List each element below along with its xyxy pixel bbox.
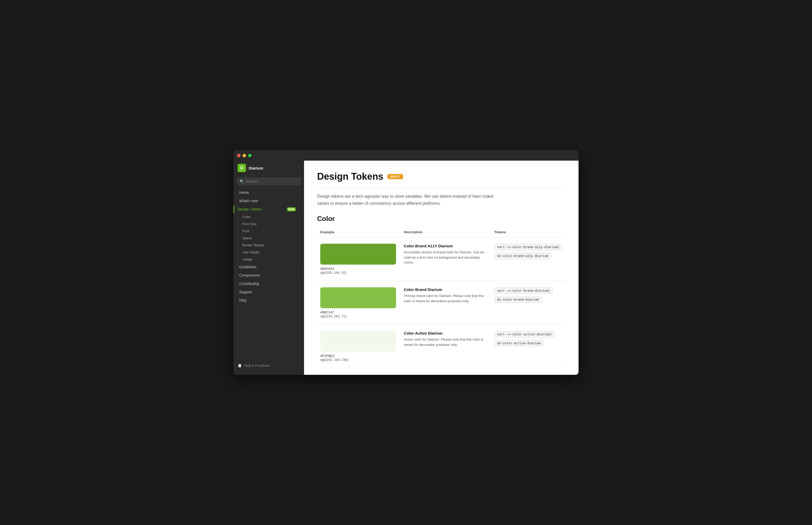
sidebar: D Diarium ⌃ 🔍 Search Home What's new › D… <box>233 161 304 375</box>
search-placeholder: Search <box>246 179 258 183</box>
color-rgb-2: rgb(242, 249, 236) <box>320 358 397 362</box>
color-name-1: Color Brand Diarium <box>404 287 488 292</box>
page-title: Design Tokens <box>317 171 383 182</box>
help-feedback-button[interactable]: 📋 Help & Feedback <box>233 360 304 371</box>
token-cell-1: var(--n-color-brand-diarium)$n-color-bra… <box>491 281 565 325</box>
color-description-1: Primary brand color for Diarium. Please … <box>404 293 488 303</box>
color-desc-cell-1: Color Brand DiariumPrimary brand color f… <box>401 281 491 325</box>
color-swatch-2 <box>320 331 396 352</box>
sidebar-item-usage[interactable]: Usage <box>235 256 303 262</box>
sidebar-item-font-size[interactable]: Font Size <box>235 221 303 227</box>
minimize-button[interactable] <box>243 154 246 157</box>
token-cell-0: var(--n-color-brand-a11y-diarium)$n-colo… <box>491 237 565 281</box>
page-title-row: Design Tokens DRAFT <box>317 171 565 182</box>
app-title: Diarium <box>249 166 295 170</box>
search-icon: 🔍 <box>240 179 244 183</box>
token-cell-2: var(--n-color-active-diarium)$n-color-ac… <box>491 325 565 368</box>
color-name-0: Color Brand A11Y Diarium <box>404 244 488 248</box>
close-button[interactable] <box>237 154 241 157</box>
token-pill-0-0: var(--n-color-brand-a11y-diarium) <box>494 244 562 251</box>
token-pill-1-0: var(--n-color-brand-diarium) <box>494 287 553 294</box>
sidebar-item-space[interactable]: Space <box>235 235 303 241</box>
sidebar-item-faq[interactable]: FAQ <box>235 297 303 304</box>
table-row: #F2F9ECrgb(242, 249, 236)Color Active Di… <box>317 325 565 368</box>
color-name-2: Color Active Diarium <box>404 331 488 335</box>
token-pill-0-1: $n-color-brand-a11y-diarium <box>494 253 551 259</box>
sidebar-item-color[interactable]: Color <box>235 214 303 220</box>
sidebar-item-guidelines[interactable]: Guidelines › <box>235 263 303 271</box>
col-header-tokens: Tokens <box>491 228 565 237</box>
sidebar-expand-icon[interactable]: ⌃ <box>297 166 300 170</box>
token-pill-2-1: $n-color-active-diarium <box>494 340 543 347</box>
color-description-2: Active color for Diarium. Please note th… <box>404 337 488 347</box>
sidebar-item-components[interactable]: Components › <box>235 271 303 279</box>
new-badge: NEW <box>287 207 296 211</box>
titlebar <box>233 150 579 161</box>
color-desc-cell-0: Color Brand A11Y DiariumAccessible versi… <box>401 237 491 281</box>
search-bar[interactable]: 🔍 Search <box>236 177 301 185</box>
col-header-description: Description <box>401 228 491 237</box>
color-hex-0: #69A42A <box>320 267 397 271</box>
sidebar-item-home[interactable]: Home <box>235 189 303 196</box>
color-section-title: Color <box>317 215 565 223</box>
sidebar-item-whats-new[interactable]: What's new › <box>235 197 303 205</box>
color-hex-1: #86C147 <box>320 310 397 314</box>
chevron-right-icon: › <box>297 265 298 269</box>
color-description-0: Accessible version of brand color for Di… <box>404 250 488 265</box>
color-rgb-1: rgb(134, 193, 71) <box>320 314 397 318</box>
draft-badge: DRAFT <box>388 174 403 179</box>
sidebar-item-support[interactable]: Support <box>235 288 303 296</box>
app-logo: D <box>238 164 246 172</box>
title-divider <box>317 187 565 188</box>
token-pill-1-1: $n-color-brand-diarium <box>494 296 542 303</box>
token-pill-2-0: var(--n-color-active-diarium) <box>494 331 555 338</box>
table-row: #86C147rgb(134, 193, 71)Color Brand Diar… <box>317 281 565 325</box>
intro-text: Design tokens are a tech-agnostic way to… <box>317 193 500 207</box>
chevron-right-icon: › <box>297 199 298 202</box>
col-header-example: Example <box>317 228 401 237</box>
help-icon: 📋 <box>238 364 242 368</box>
sidebar-item-contributing[interactable]: Contributing <box>235 280 303 288</box>
sidebar-item-border-radius[interactable]: Border Radius <box>235 242 303 249</box>
color-hex-2: #F2F9EC <box>320 354 397 358</box>
color-rgb-0: rgb(105, 164, 42) <box>320 271 397 274</box>
color-swatch-cell-2: #F2F9ECrgb(242, 249, 236) <box>317 325 401 368</box>
color-swatch-1 <box>320 287 396 308</box>
maximize-button[interactable] <box>248 154 251 157</box>
sidebar-item-font[interactable]: Font <box>235 228 303 234</box>
chevron-right-icon: › <box>297 208 298 211</box>
app-window: D Diarium ⌃ 🔍 Search Home What's new › D… <box>233 150 579 375</box>
main-content: Design Tokens DRAFT Design tokens are a … <box>304 161 579 375</box>
table-row: #69A42Argb(105, 164, 42)Color Brand A11Y… <box>317 237 565 281</box>
sidebar-item-line-height[interactable]: Line Height <box>235 249 303 255</box>
sidebar-item-design-tokens[interactable]: Design Tokens NEW › <box>233 205 303 213</box>
chevron-right-icon: › <box>297 274 298 277</box>
color-swatch-0 <box>320 244 396 265</box>
color-desc-cell-2: Color Active DiariumActive color for Dia… <box>401 325 491 368</box>
color-swatch-cell-0: #69A42Argb(105, 164, 42) <box>317 237 401 281</box>
color-swatch-cell-1: #86C147rgb(134, 193, 71) <box>317 281 401 325</box>
app-body: D Diarium ⌃ 🔍 Search Home What's new › D… <box>233 161 579 375</box>
color-table: Example Description Tokens #69A42Argb(10… <box>317 228 565 368</box>
sidebar-header: D Diarium ⌃ <box>233 161 304 175</box>
